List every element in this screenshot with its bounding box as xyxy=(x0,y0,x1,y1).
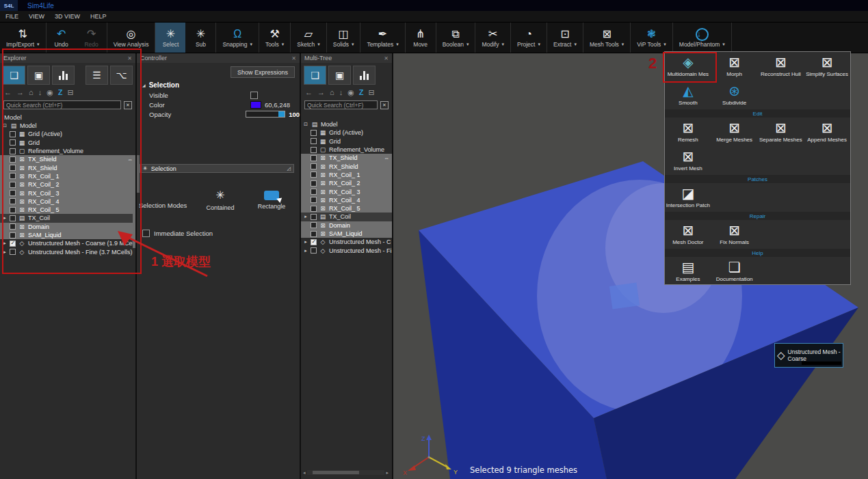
visibility-checkbox[interactable] xyxy=(311,214,317,220)
tree-row[interactable]: RX_Coil_ 2 xyxy=(301,179,392,187)
menu-item[interactable]: VIEW xyxy=(29,13,44,20)
home-icon[interactable]: ⌂ xyxy=(330,88,334,96)
tree-row[interactable]: Refinement_Volume xyxy=(301,146,392,154)
dropdown-caret-icon[interactable]: ▾ xyxy=(317,42,320,47)
flyout-tool[interactable]: ▤ Examples xyxy=(665,257,711,286)
dropdown-caret-icon[interactable]: ▾ xyxy=(282,42,285,47)
visibility-checkbox[interactable] xyxy=(311,206,317,212)
toolbar-button[interactable]: ⊡ Extract ▾ xyxy=(547,23,583,53)
quick-search-input[interactable] xyxy=(304,100,378,109)
simulation-tab[interactable]: ▣ xyxy=(328,66,351,85)
dropdown-caret-icon[interactable]: ▾ xyxy=(396,42,399,47)
tree-row[interactable]: ▸ TX_Coil xyxy=(301,213,392,221)
flyout-tool[interactable]: ◭ Smooth xyxy=(665,81,711,109)
close-icon[interactable]: ✕ xyxy=(291,55,296,61)
menu-item[interactable]: HELP xyxy=(90,13,107,20)
opacity-slider-thumb[interactable] xyxy=(278,111,285,117)
selection-group-header[interactable]: ◢ Selection xyxy=(142,81,179,89)
tree-row[interactable]: ▸ Unstructured Mesh - C xyxy=(301,238,392,246)
flyout-tool[interactable]: ◪ Intersection Patch xyxy=(665,183,711,212)
visibility-checkbox[interactable] xyxy=(311,163,317,169)
flyout-tool[interactable]: ⊠ Invert Mesh xyxy=(665,146,711,175)
show-expressions-button[interactable]: Show Expressions xyxy=(231,66,295,78)
tree-row[interactable]: SAM_Liquid xyxy=(301,230,392,238)
visibility-checkbox[interactable] xyxy=(311,147,317,153)
down-icon[interactable]: ↓ xyxy=(339,88,343,96)
visibility-checkbox[interactable] xyxy=(311,138,317,144)
dropdown-caret-icon[interactable]: ▾ xyxy=(250,42,252,47)
eye-icon[interactable]: ◉ xyxy=(347,88,354,96)
toolbar-button[interactable]: Ω Snapping ▾ xyxy=(216,23,258,53)
clear-search-icon[interactable]: ✕ xyxy=(380,101,389,109)
toolbar-button[interactable]: ⧉ Boolean ▾ xyxy=(436,23,475,53)
tree-row[interactable]: Grid xyxy=(301,137,392,146)
scrollbar-thumb[interactable] xyxy=(313,471,359,474)
opacity-slider[interactable] xyxy=(246,111,285,118)
visibility-checkbox[interactable] xyxy=(311,247,317,254)
dropdown-caret-icon[interactable]: ▾ xyxy=(501,42,504,47)
close-icon[interactable]: ✕ xyxy=(384,55,389,61)
menu-item[interactable]: FILE xyxy=(5,13,18,20)
flyout-tool[interactable]: Help xyxy=(665,249,850,257)
toolbar-button[interactable]: ⚒ Tools ▾ xyxy=(259,23,290,53)
visibility-checkbox[interactable] xyxy=(311,231,317,237)
tree-row[interactable]: ▸ Unstructured Mesh - Fi xyxy=(301,246,392,254)
menu-item[interactable]: 3D VIEW xyxy=(55,13,80,20)
visibility-checkbox[interactable] xyxy=(311,239,317,245)
visibility-checkbox[interactable] xyxy=(311,172,317,178)
toolbar-button[interactable]: ↓ Model/Phantom ▾ xyxy=(673,23,731,53)
tree-row[interactable]: ⊡ Model xyxy=(301,120,392,128)
flyout-tool[interactable]: ⊠ Reconstruct Hull xyxy=(758,52,804,81)
toolbar-button[interactable]: ▱ Sketch ▾ xyxy=(291,23,326,53)
toolbar-button[interactable]: ✳ Select xyxy=(155,23,185,53)
flyout-tool[interactable]: ❏ Documentation xyxy=(711,257,758,286)
flyout-tool[interactable]: Repair xyxy=(665,212,850,220)
tree-row[interactable]: Domain xyxy=(301,221,392,230)
toolbar-button[interactable]: ✒ Templates ▾ xyxy=(360,23,404,53)
visibility-checkbox[interactable] xyxy=(311,222,317,228)
back-icon[interactable]: ← xyxy=(305,88,313,96)
flyout-tool[interactable]: ⊠ Remesh xyxy=(665,118,711,146)
flyout-tool[interactable]: ⊠ Simplify Surfaces xyxy=(804,52,850,81)
toolbar-button[interactable]: ◔ Project ▾ xyxy=(511,23,547,53)
toolbar-button[interactable]: ❃ ViP Tools ▾ xyxy=(631,23,672,53)
toolbar-button[interactable]: ✳ Sub xyxy=(185,23,215,53)
dropdown-caret-icon[interactable]: ▾ xyxy=(538,42,540,47)
dropdown-caret-icon[interactable]: ▾ xyxy=(663,42,666,47)
tree-row[interactable]: RX_Coil_ 3 xyxy=(301,187,392,195)
flyout-tool[interactable]: Edit xyxy=(665,109,850,118)
tree-row[interactable]: RX_Coil_ 1 xyxy=(301,171,392,179)
forward-icon[interactable]: → xyxy=(317,88,325,96)
tree-row[interactable]: RX_Shield xyxy=(301,162,392,170)
collapse-all-icon[interactable]: ⊟ xyxy=(369,88,375,96)
color-swatch[interactable] xyxy=(250,101,261,109)
tree-row[interactable]: Grid (Active) xyxy=(301,128,392,137)
dropdown-caret-icon[interactable]: ▾ xyxy=(574,42,577,47)
expander-icon[interactable]: ⊡ xyxy=(303,122,308,127)
visibility-checkbox[interactable] xyxy=(311,189,317,195)
zoom-z-icon[interactable]: Z xyxy=(359,88,364,96)
dropdown-caret-icon[interactable]: ▾ xyxy=(37,42,40,47)
model-cube-tab[interactable]: ❑ xyxy=(304,66,326,85)
visibility-checkbox[interactable] xyxy=(311,197,317,203)
selection-section-bar[interactable]: ✳ Selection ◿ xyxy=(140,164,294,173)
flyout-tool[interactable]: ⊛ Subdivide xyxy=(711,81,758,109)
expander-icon[interactable]: ▸ xyxy=(303,248,308,254)
dropdown-caret-icon[interactable]: ▾ xyxy=(352,42,354,47)
tree-row[interactable]: RX_Coil_ 5 xyxy=(301,204,392,213)
analysis-chart-tab[interactable] xyxy=(353,66,376,85)
dropdown-caret-icon[interactable]: ▾ xyxy=(622,42,624,47)
flyout-tool[interactable]: ⊠ Merge Meshes xyxy=(711,118,758,146)
flyout-tool[interactable]: ⊠ Fix Normals xyxy=(711,220,758,249)
tree-row[interactable]: TX_Shield ⇔ xyxy=(301,154,392,162)
flyout-tool[interactable]: ⊠ Mesh Doctor xyxy=(665,220,711,249)
rectangle-mode-button[interactable]: Rectangle xyxy=(250,188,293,210)
scroll-right-icon[interactable]: ▸ xyxy=(386,470,389,476)
visible-checkbox[interactable] xyxy=(250,92,258,99)
dropdown-caret-icon[interactable]: ▾ xyxy=(722,42,725,47)
flyout-tool[interactable]: ⊠ Morph xyxy=(711,52,758,81)
flyout-tool[interactable]: ⊠ Separate Meshes xyxy=(758,118,804,146)
tree-row[interactable]: RX_Coil_ 4 xyxy=(301,196,392,204)
multitree-horizontal-scrollbar[interactable]: ◂ ▸ xyxy=(303,469,389,476)
scroll-left-icon[interactable]: ◂ xyxy=(303,470,306,476)
